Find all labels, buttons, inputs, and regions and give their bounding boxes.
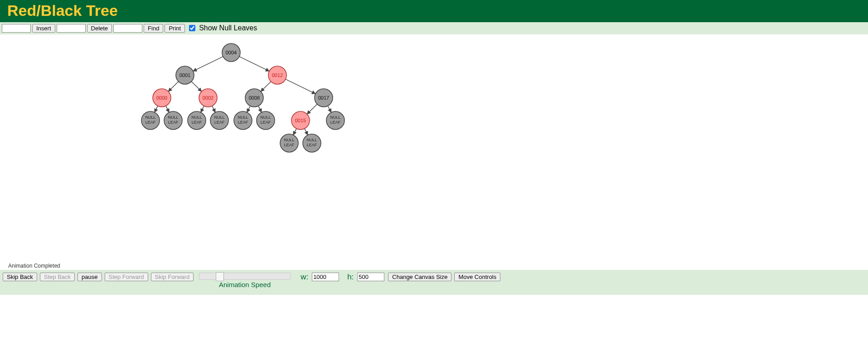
insert-button[interactable]: Insert bbox=[32, 24, 55, 33]
svg-text:0015: 0015 bbox=[295, 118, 306, 123]
svg-text:NULL: NULL bbox=[145, 115, 155, 120]
svg-text:0002: 0002 bbox=[203, 95, 213, 101]
svg-line-4 bbox=[261, 82, 271, 91]
svg-text:LEAF: LEAF bbox=[284, 143, 295, 147]
width-input[interactable] bbox=[312, 273, 339, 281]
height-label: h: bbox=[347, 273, 354, 282]
svg-text:0012: 0012 bbox=[272, 72, 283, 78]
svg-text:0004: 0004 bbox=[226, 50, 237, 55]
skip-back-button[interactable]: Skip Back bbox=[3, 273, 37, 281]
bottom-controls: Skip Back Step Back pause Step Forward S… bbox=[0, 270, 868, 295]
svg-line-7 bbox=[155, 106, 158, 112]
svg-line-15 bbox=[305, 129, 308, 135]
header-bar: Red/Black Tree bbox=[0, 0, 868, 22]
print-button[interactable]: Print bbox=[165, 24, 185, 33]
svg-line-6 bbox=[307, 104, 317, 114]
svg-text:0001: 0001 bbox=[179, 72, 190, 78]
step-back-button: Step Back bbox=[40, 273, 75, 281]
svg-line-8 bbox=[166, 106, 169, 112]
svg-text:NULL: NULL bbox=[238, 115, 248, 120]
step-forward-button: Step Forward bbox=[105, 273, 148, 281]
svg-line-10 bbox=[212, 106, 215, 112]
canvas-area: NULLLEAFNULLLEAFNULLLEAFNULLLEAFNULLLEAF… bbox=[0, 34, 453, 261]
svg-text:0000: 0000 bbox=[156, 95, 167, 101]
find-button[interactable]: Find bbox=[144, 24, 163, 33]
svg-text:NULL: NULL bbox=[168, 115, 178, 120]
svg-text:NULL: NULL bbox=[306, 138, 317, 142]
svg-line-0 bbox=[193, 57, 223, 71]
delete-button[interactable]: Delete bbox=[87, 24, 112, 33]
svg-text:LEAF: LEAF bbox=[330, 120, 341, 125]
page-title: Red/Black Tree bbox=[7, 2, 868, 19]
svg-line-3 bbox=[191, 82, 201, 91]
svg-line-9 bbox=[201, 106, 204, 112]
svg-line-11 bbox=[247, 106, 250, 112]
svg-text:0008: 0008 bbox=[249, 95, 260, 101]
svg-line-12 bbox=[258, 106, 262, 112]
height-input[interactable] bbox=[357, 273, 384, 281]
svg-text:LEAF: LEAF bbox=[145, 120, 156, 125]
move-controls-button[interactable]: Move Controls bbox=[454, 273, 500, 281]
svg-text:NULL: NULL bbox=[284, 138, 294, 142]
svg-line-2 bbox=[168, 82, 178, 91]
status-text: Animation Completed bbox=[8, 263, 868, 269]
insert-input[interactable] bbox=[2, 24, 31, 33]
tree-svg: NULLLEAFNULLLEAFNULLLEAFNULLLEAFNULLLEAF… bbox=[0, 34, 453, 261]
change-canvas-size-button[interactable]: Change Canvas Size bbox=[388, 273, 451, 281]
show-null-label[interactable]: Show Null Leaves bbox=[199, 24, 257, 32]
svg-line-13 bbox=[328, 106, 331, 113]
speed-slider[interactable] bbox=[199, 273, 291, 280]
svg-text:LEAF: LEAF bbox=[307, 143, 317, 147]
svg-text:NULL: NULL bbox=[214, 115, 224, 120]
skip-forward-button: Skip Forward bbox=[151, 273, 194, 281]
svg-line-14 bbox=[293, 129, 296, 135]
speed-slider-thumb[interactable] bbox=[216, 272, 224, 281]
svg-text:NULL: NULL bbox=[191, 115, 202, 120]
svg-text:LEAF: LEAF bbox=[261, 120, 271, 125]
svg-text:LEAF: LEAF bbox=[168, 120, 179, 125]
svg-text:0017: 0017 bbox=[318, 95, 329, 101]
width-label: w: bbox=[301, 273, 308, 282]
top-controls: Insert Delete Find Print Show Null Leave… bbox=[0, 22, 868, 34]
pause-button[interactable]: pause bbox=[78, 273, 102, 281]
find-input[interactable] bbox=[113, 24, 142, 33]
svg-line-1 bbox=[239, 57, 269, 71]
svg-text:LEAF: LEAF bbox=[192, 120, 202, 125]
delete-input[interactable] bbox=[57, 24, 86, 33]
speed-label: Animation Speed bbox=[219, 281, 271, 288]
show-null-checkbox[interactable] bbox=[189, 25, 195, 31]
svg-text:NULL: NULL bbox=[330, 115, 340, 120]
svg-text:LEAF: LEAF bbox=[238, 120, 248, 125]
speed-slider-wrap: Animation Speed bbox=[199, 273, 291, 288]
svg-text:NULL: NULL bbox=[260, 115, 271, 120]
svg-text:LEAF: LEAF bbox=[214, 120, 225, 125]
svg-line-5 bbox=[286, 79, 315, 94]
